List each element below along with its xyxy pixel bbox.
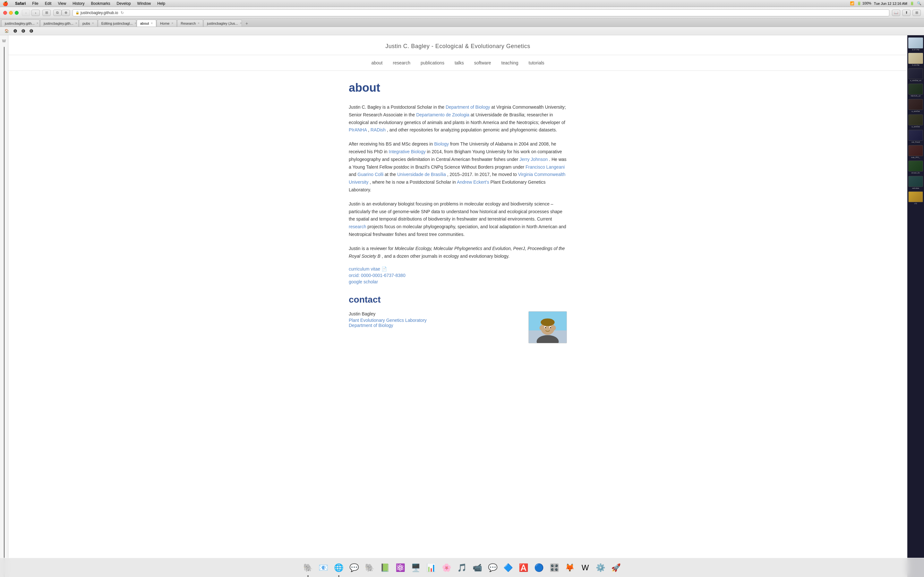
menubar-safari[interactable]: Safari	[15, 1, 26, 6]
tab-4[interactable]: Editing justincbagl... ×	[98, 19, 136, 27]
tab-2[interactable]: justincbagley.gith... ×	[40, 19, 79, 27]
new-tab-button[interactable]: ⊞	[913, 10, 921, 16]
dock-photos[interactable]: 🌸	[439, 561, 454, 575]
menubar-help[interactable]: Help	[157, 1, 166, 6]
nav-talks[interactable]: talks	[455, 60, 464, 65]
tab-8[interactable]: justincbagley (Jus... ×	[204, 19, 242, 27]
dock-evernote2[interactable]: 📗	[378, 561, 392, 575]
tab-about[interactable]: about ×	[137, 19, 156, 27]
share-sheet-button[interactable]: ⬆	[902, 10, 911, 16]
add-tab-button[interactable]: +	[244, 20, 250, 27]
dock-terminal[interactable]: 🖥️	[409, 561, 423, 575]
sidebar-toggle-button[interactable]: ⊞	[42, 10, 51, 16]
dock-launchpad[interactable]: 🚀	[609, 561, 623, 575]
contact-dept-link[interactable]: Department of Biology	[349, 323, 393, 328]
nav-research[interactable]: research	[393, 60, 410, 65]
thumb-simdat3[interactable]: a_simDat	[908, 113, 923, 128]
dock-r[interactable]: 🔵	[532, 561, 546, 575]
link-dept-zoologia[interactable]: Departamento de Zoologia	[416, 112, 469, 117]
link-dept-biology[interactable]: Department of Biology	[446, 105, 490, 110]
menubar-window[interactable]: Window	[137, 1, 152, 6]
minimize-button[interactable]	[9, 11, 13, 15]
wp-icon[interactable]: W	[1, 38, 7, 44]
dock-skype[interactable]: 🔷	[501, 561, 515, 575]
dock-finder[interactable]: 🐘	[301, 561, 315, 575]
link-research[interactable]: research	[349, 224, 366, 229]
nav-teaching[interactable]: teaching	[501, 60, 519, 65]
thumb-ercast[interactable]: ercast_Ev	[908, 160, 923, 174]
nav-tutorials[interactable]: tutorials	[529, 60, 544, 65]
tab-4-close[interactable]: ×	[135, 21, 136, 25]
reload-button[interactable]: ↻	[121, 11, 124, 15]
search-icon[interactable]: 🔍	[917, 1, 921, 5]
link-andrew-eckert[interactable]: Andrew Eckert's	[457, 179, 489, 185]
tab-3[interactable]: pubs ×	[79, 19, 97, 27]
link-guarino-colli[interactable]: Guarino Colli	[357, 172, 383, 177]
tab-3-close[interactable]: ×	[92, 21, 94, 25]
dock-itunes[interactable]: 🎵	[455, 561, 469, 575]
dock-adobe[interactable]: 🅰️	[517, 561, 531, 575]
tab-research-close[interactable]: ×	[198, 21, 200, 25]
dock-firefox[interactable]: 🦊	[563, 561, 577, 575]
back-button[interactable]: ‹	[22, 10, 30, 16]
bookmark-home[interactable]: 🏠	[3, 28, 11, 34]
thumb-t70[interactable]: t70	[908, 190, 923, 205]
tab-8-close[interactable]: ×	[240, 21, 242, 25]
tab-1-close[interactable]: ×	[37, 21, 39, 25]
dock-atom[interactable]: ⚛️	[393, 561, 407, 575]
dock-safari[interactable]: 🌐	[332, 561, 346, 575]
link-unb[interactable]: Universidade de Brasília	[397, 172, 446, 177]
menubar-history[interactable]: History	[72, 1, 85, 6]
thumb-nexus[interactable]: NEXUS_v2	[908, 83, 923, 97]
tab-home[interactable]: Home ×	[157, 19, 177, 27]
menubar-edit[interactable]: Edit	[44, 1, 52, 6]
thumb-adi[interactable]: adi.data	[908, 175, 923, 190]
contact-lab-link[interactable]: Plant Evolutionary Genetics Laboratory	[349, 318, 427, 323]
dock-rstudio[interactable]: 📊	[424, 561, 438, 575]
link-piranha[interactable]: PIrANHA	[349, 127, 367, 132]
menubar-bookmarks[interactable]: Bookmarks	[90, 1, 111, 6]
bookmark-2[interactable]: 🅔	[19, 28, 27, 34]
tab-about-close[interactable]: ×	[151, 21, 153, 25]
menubar-file[interactable]: File	[31, 1, 39, 6]
thumb-screenshot1[interactable]: 6.47 PM	[908, 37, 923, 51]
link-integrative-biology[interactable]: Integrative Biology	[389, 149, 426, 154]
maximize-button[interactable]	[15, 11, 19, 15]
reading-list-button[interactable]: 📖	[892, 10, 900, 16]
cv-link[interactable]: curriculum vitae 📄	[349, 266, 387, 271]
tab-1[interactable]: justincbagley.gith... ×	[1, 19, 40, 27]
dock-messages[interactable]: 💬	[486, 561, 500, 575]
link-jerry-johnson[interactable]: Jerry Johnson	[519, 157, 548, 162]
dock-facetime[interactable]: 📹	[470, 561, 485, 575]
nav-publications[interactable]: publications	[421, 60, 444, 65]
dock-slack[interactable]: 💬	[347, 561, 361, 575]
dock-traktor[interactable]: 🎛️	[548, 561, 561, 575]
thumb-cat-fixed[interactable]: cat_Fixed	[908, 129, 923, 143]
dock-evernote[interactable]: 🐘	[363, 561, 376, 575]
thumb-screenshot2[interactable]: 5.19 PM	[908, 52, 923, 67]
tab-research[interactable]: Research ×	[177, 19, 203, 27]
link-biology[interactable]: Biology	[434, 141, 449, 147]
nav-software[interactable]: software	[474, 60, 491, 65]
link-francisco-langeani[interactable]: Francisco Langeani	[525, 164, 565, 169]
thumb-trob[interactable]: trob_PF1_	[908, 144, 923, 159]
address-bar[interactable]: 🔒 justincbagley.github.io ↻	[73, 9, 889, 16]
dock-mail[interactable]: 📧	[317, 561, 330, 575]
apple-logo-icon[interactable]: 🍎	[3, 1, 8, 6]
menubar-view[interactable]: View	[57, 1, 67, 6]
tab-home-close[interactable]: ×	[171, 21, 173, 25]
nav-about[interactable]: about	[371, 60, 383, 65]
menubar-develop[interactable]: Develop	[116, 1, 132, 6]
google-scholar-link[interactable]: google scholar	[349, 279, 378, 284]
dock-system-prefs[interactable]: ⚙️	[594, 561, 607, 575]
bookmark-3[interactable]: 🅔	[27, 28, 35, 34]
share-button[interactable]: ⧉	[53, 10, 61, 16]
thumb-simdat1[interactable]: a_simDat_ex	[908, 67, 923, 82]
link-radish[interactable]: RADish	[371, 127, 386, 132]
tab-2-close[interactable]: ×	[75, 21, 78, 25]
orcid-link[interactable]: orcid: 0000-0001-6737-8380	[349, 273, 405, 278]
layers-button[interactable]: ⊕	[61, 10, 70, 16]
dock-wordpress[interactable]: W	[578, 561, 592, 575]
bookmark-1[interactable]: 🅢	[11, 28, 19, 34]
thumb-simdat2[interactable]: a_simDat	[908, 98, 923, 113]
